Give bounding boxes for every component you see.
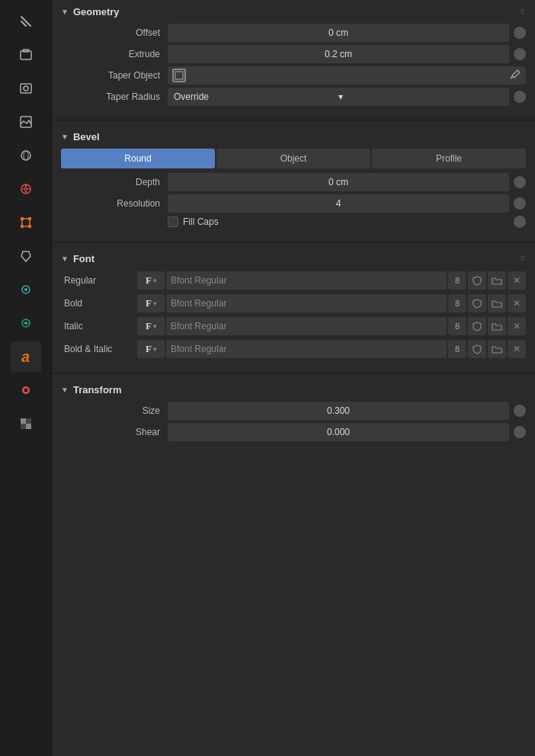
offset-dot[interactable]: [514, 27, 526, 39]
world-icon[interactable]: [11, 174, 41, 204]
svg-line-0: [21, 17, 30, 26]
font-drag-handle[interactable]: ⠿: [520, 255, 526, 263]
font-f-icon: F: [146, 274, 152, 287]
checker-icon[interactable]: [11, 408, 41, 439]
font-data-icon[interactable]: a: [11, 341, 41, 372]
render-icon[interactable]: [11, 73, 41, 104]
font-italic-row: Italic F ▾ Bfont Regular 8 ✕: [61, 316, 526, 336]
depth-input[interactable]: [168, 173, 509, 191]
font-regular-shield[interactable]: [468, 271, 486, 290]
font-italic-folder[interactable]: [488, 317, 506, 335]
geometry-drag-handle[interactable]: ⠿: [520, 8, 526, 16]
material-icon[interactable]: [11, 140, 41, 171]
svg-rect-25: [175, 72, 183, 79]
tool-icon[interactable]: [11, 6, 41, 37]
extrude-dot[interactable]: [514, 48, 526, 60]
font-title: ▼ Font: [61, 253, 95, 264]
object-icon[interactable]: [11, 207, 41, 238]
font-bold-shield[interactable]: [468, 294, 486, 312]
size-dot[interactable]: [514, 405, 526, 417]
geometry-label: Geometry: [73, 6, 120, 18]
font-regular-number[interactable]: 8: [448, 271, 466, 290]
font-regular-folder[interactable]: [488, 271, 506, 290]
font-italic-label: Italic: [61, 321, 137, 332]
scene-icon[interactable]: [11, 40, 41, 70]
depth-dot[interactable]: [514, 176, 526, 188]
font-italic-shield[interactable]: [468, 317, 486, 335]
constraint-icon[interactable]: [11, 375, 41, 405]
taper-radius-dropdown[interactable]: Override ▾: [168, 88, 509, 106]
transform-collapse-arrow[interactable]: ▼: [61, 386, 69, 394]
size-row: Size: [61, 402, 526, 420]
bevel-tab-object[interactable]: Object: [216, 149, 370, 168]
modifier-icon[interactable]: [11, 241, 41, 271]
size-label: Size: [61, 405, 168, 416]
font-italic-f-arrow: ▾: [153, 323, 156, 330]
font-collapse-arrow[interactable]: ▼: [61, 255, 69, 263]
size-input[interactable]: [168, 402, 509, 420]
offset-input[interactable]: [168, 24, 509, 42]
font-bold-italic-clear[interactable]: ✕: [508, 340, 526, 358]
fill-caps-dot[interactable]: [514, 216, 526, 228]
svg-point-5: [24, 86, 28, 91]
taper-radius-dot[interactable]: [514, 91, 526, 103]
font-bold-label: Bold: [61, 298, 137, 309]
font-italic-f-btn[interactable]: F ▾: [137, 317, 165, 335]
physics-icon[interactable]: [11, 308, 41, 338]
font-regular-label: Regular: [61, 275, 137, 286]
taper-radius-label: Taper Radius: [61, 91, 168, 102]
font-italic-f-icon: F: [146, 320, 152, 332]
bevel-title: ▼ Bevel: [61, 131, 100, 143]
bevel-tab-round[interactable]: Round: [61, 149, 215, 168]
geometry-section-header: ▼ Geometry ⠿: [61, 6, 526, 18]
font-bold-italic-name: Bfont Regular: [166, 340, 447, 358]
svg-rect-22: [26, 418, 31, 424]
shear-input[interactable]: [168, 423, 509, 441]
bevel-tab-profile[interactable]: Profile: [372, 149, 526, 168]
font-italic-clear[interactable]: ✕: [508, 317, 526, 335]
font-bold-row: Bold F ▾ Bfont Regular 8 ✕: [61, 293, 526, 313]
main-panel: ▼ Geometry ⠿ Offset Extrude Taper Object: [52, 0, 535, 756]
sidebar: a: [0, 0, 52, 756]
taper-radius-arrow: ▾: [338, 91, 503, 102]
svg-rect-24: [26, 424, 31, 429]
font-regular-clear[interactable]: ✕: [508, 271, 526, 290]
resolution-dot[interactable]: [514, 197, 526, 210]
font-bold-italic-label: Bold & Italic: [61, 344, 137, 354]
extrude-input[interactable]: [168, 45, 509, 63]
separator-1: [52, 120, 535, 120]
svg-point-20: [24, 389, 27, 392]
font-bold-clear[interactable]: ✕: [508, 294, 526, 312]
font-regular-name: Bfont Regular: [166, 271, 447, 290]
shear-dot[interactable]: [514, 426, 526, 438]
font-bold-italic-number[interactable]: 8: [448, 340, 466, 358]
particles-icon[interactable]: [11, 274, 41, 305]
font-bold-number[interactable]: 8: [448, 294, 466, 312]
taper-object-icon: [172, 69, 186, 82]
geometry-title: ▼ Geometry: [61, 6, 120, 18]
font-bold-italic-f-btn[interactable]: F ▾: [137, 340, 165, 358]
font-italic-number[interactable]: 8: [448, 317, 466, 335]
image-icon[interactable]: [11, 107, 41, 137]
taper-radius-row: Taper Radius Override ▾: [61, 88, 526, 106]
separator-3: [52, 373, 535, 373]
svg-rect-15: [28, 225, 31, 228]
bevel-collapse-arrow[interactable]: ▼: [61, 133, 69, 141]
font-regular-f-btn[interactable]: F ▾: [137, 271, 165, 290]
font-bold-italic-shield[interactable]: [468, 340, 486, 358]
fill-caps-checkbox[interactable]: [168, 216, 178, 227]
font-f-arrow: ▾: [153, 277, 156, 284]
svg-rect-4: [21, 84, 31, 93]
offset-row: Offset: [61, 24, 526, 42]
font-section-header: ▼ Font ⠿: [61, 253, 526, 264]
geometry-collapse-arrow[interactable]: ▼: [61, 8, 69, 16]
taper-object-field[interactable]: [168, 66, 526, 85]
fill-caps-row: Fill Caps: [61, 216, 526, 228]
svg-rect-23: [21, 424, 26, 429]
resolution-input[interactable]: [168, 194, 509, 213]
font-bold-italic-folder[interactable]: [488, 340, 506, 358]
font-bold-f-btn[interactable]: F ▾: [137, 294, 165, 312]
eyedropper-icon[interactable]: [509, 69, 521, 83]
taper-radius-value: Override: [174, 91, 338, 102]
font-bold-folder[interactable]: [488, 294, 506, 312]
